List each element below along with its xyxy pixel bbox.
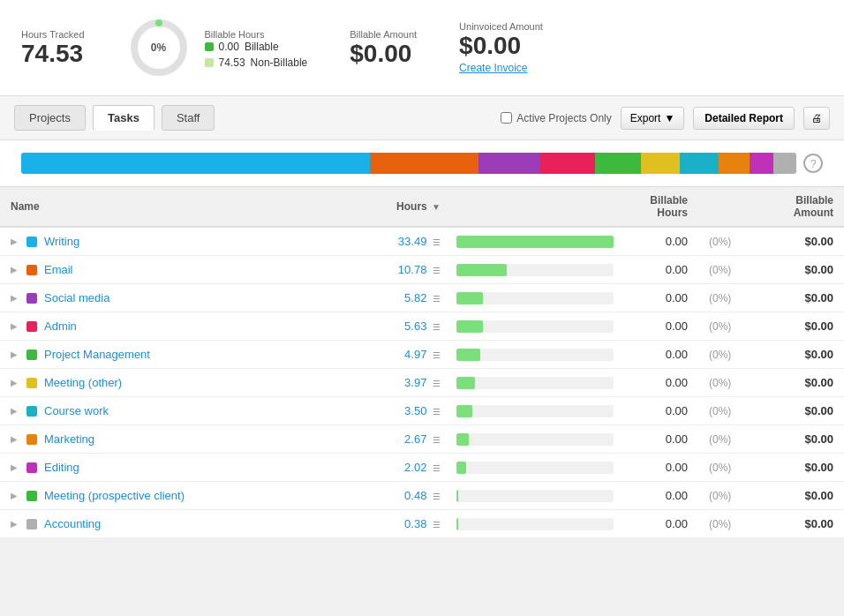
billable-hours-cell: 0.00 — [619, 341, 698, 369]
project-color-dot — [26, 237, 37, 247]
bar-track — [456, 490, 614, 502]
detailed-report-button[interactable]: Detailed Report — [693, 107, 795, 130]
billable-donut-block: 0% Billable Hours 0.00 Billable 74.53 No… — [127, 16, 308, 79]
table-row: ▶ Social media 5.82 ☰ 0.00 (0%) $0.00 — [0, 284, 844, 312]
billable-hours-cell: 0.00 — [619, 397, 698, 425]
edit-icon[interactable]: ☰ — [433, 407, 441, 417]
col-hours[interactable]: Hours ▼ — [336, 187, 451, 227]
edit-icon[interactable]: ☰ — [433, 379, 441, 388]
edit-icon[interactable]: ☰ — [433, 294, 441, 304]
project-name[interactable]: Accounting — [44, 517, 101, 530]
uninvoiced-label: Uninvoiced Amount — [459, 21, 543, 32]
bar-fill — [456, 236, 614, 248]
expand-icon[interactable]: ▶ — [11, 293, 19, 303]
bar-track — [456, 349, 614, 361]
col-billable-amount: Billable Amount — [747, 187, 844, 227]
edit-icon[interactable]: ☰ — [433, 237, 441, 247]
bar-track — [456, 518, 614, 530]
project-name[interactable]: Meeting (prospective client) — [44, 489, 185, 502]
project-name[interactable]: Meeting (other) — [44, 376, 122, 389]
billable-amount-block: Billable Amount $0.00 — [350, 29, 417, 66]
hours-cell: 3.50 ☰ — [336, 397, 451, 425]
hours-tracked-label: Hours Tracked — [21, 29, 85, 40]
expand-icon[interactable]: ▶ — [11, 462, 19, 472]
tab-projects[interactable]: Projects — [14, 105, 86, 131]
amount-cell: $0.00 — [747, 510, 844, 538]
amount-cell: $0.00 — [747, 312, 844, 341]
edit-icon[interactable]: ☰ — [433, 435, 441, 445]
col-pct — [698, 187, 747, 227]
hours-cell: 4.97 ☰ — [336, 341, 451, 369]
expand-icon[interactable]: ▶ — [11, 491, 19, 500]
edit-icon[interactable]: ☰ — [433, 322, 441, 332]
name-cell: ▶ Editing — [0, 454, 336, 482]
edit-icon[interactable]: ☰ — [433, 492, 441, 501]
expand-icon[interactable]: ▶ — [11, 434, 19, 444]
project-color-dot — [26, 434, 37, 445]
project-color-dot — [26, 321, 37, 332]
nonbillable-dot — [205, 58, 214, 67]
pct-cell: (0%) — [698, 482, 747, 510]
expand-icon[interactable]: ▶ — [11, 349, 19, 359]
project-name[interactable]: Admin — [44, 319, 77, 333]
table-row: ▶ Project Management 4.97 ☰ 0.00 (0%) $0… — [0, 341, 844, 369]
bar-cell — [451, 482, 619, 510]
tab-staff[interactable]: Staff — [162, 105, 215, 131]
uninvoiced-block: Uninvoiced Amount $0.00 Create Invoice — [459, 21, 543, 74]
edit-icon[interactable]: ☰ — [433, 520, 441, 530]
edit-icon[interactable]: ☰ — [433, 350, 441, 360]
amount-cell: $0.00 — [747, 454, 844, 482]
pct-cell: (0%) — [698, 227, 747, 256]
name-cell: ▶ Accounting — [0, 510, 336, 538]
project-name[interactable]: Project Management — [44, 348, 150, 361]
expand-icon[interactable]: ▶ — [11, 406, 19, 416]
active-projects-filter[interactable]: Active Projects Only — [501, 112, 611, 124]
help-icon[interactable]: ? — [803, 154, 823, 173]
table-row: ▶ Email 10.78 ☰ 0.00 (0%) $0.00 — [0, 256, 844, 284]
bar-fill — [456, 405, 472, 417]
project-name[interactable]: Course work — [44, 404, 109, 417]
toolbar: Projects Tasks Staff Active Projects Onl… — [0, 96, 844, 140]
expand-icon[interactable]: ▶ — [11, 265, 19, 274]
amount-cell: $0.00 — [747, 341, 844, 369]
expand-icon[interactable]: ▶ — [11, 378, 19, 387]
expand-icon[interactable]: ▶ — [11, 321, 19, 331]
expand-icon[interactable]: ▶ — [11, 237, 19, 246]
project-name[interactable]: Social media — [44, 291, 109, 304]
project-name[interactable]: Email — [44, 263, 73, 276]
hours-cell: 10.78 ☰ — [336, 256, 451, 284]
project-name[interactable]: Editing — [44, 461, 79, 474]
project-name[interactable]: Writing — [44, 235, 79, 248]
edit-icon[interactable]: ☰ — [433, 463, 441, 473]
pct-cell: (0%) — [698, 284, 747, 312]
edit-icon[interactable]: ☰ — [433, 266, 441, 275]
col-name: Name — [0, 187, 336, 227]
export-button[interactable]: Export ▼ — [621, 107, 685, 130]
amount-cell: $0.00 — [747, 284, 844, 312]
nonbillable-legend-item: 74.53 Non-Billable — [205, 56, 308, 69]
tab-tasks[interactable]: Tasks — [93, 105, 154, 131]
active-projects-checkbox[interactable] — [501, 112, 512, 124]
print-button[interactable]: 🖨 — [803, 107, 830, 130]
name-cell: ▶ Email — [0, 256, 336, 284]
table-row: ▶ Writing 33.49 ☰ 0.00 (0%) $0.00 — [0, 227, 844, 256]
expand-icon[interactable]: ▶ — [11, 519, 19, 529]
create-invoice-link[interactable]: Create Invoice — [459, 62, 543, 74]
sort-arrow-icon: ▼ — [432, 202, 441, 212]
bar-fill — [456, 433, 469, 446]
table-row: ▶ Meeting (other) 3.97 ☰ 0.00 (0%) $0.00 — [0, 369, 844, 397]
bar-track — [456, 320, 614, 333]
project-color-dot — [26, 349, 37, 360]
project-name[interactable]: Marketing — [44, 432, 94, 446]
billable-dot — [205, 42, 214, 51]
pct-cell: (0%) — [698, 397, 747, 425]
billable-hours-cell: 0.00 — [619, 227, 698, 256]
col-billable-hours: Billable Hours — [619, 187, 698, 227]
name-cell: ▶ Writing — [0, 227, 336, 256]
bar-track — [456, 264, 614, 276]
project-color-dot — [26, 406, 37, 417]
hours-value: 10.78 — [398, 263, 427, 276]
table-row: ▶ Accounting 0.38 ☰ 0.00 (0%) $0.00 — [0, 510, 844, 538]
billable-hours-info: Billable Hours 0.00 Billable 74.53 Non-B… — [205, 27, 308, 69]
bar-fill — [456, 462, 466, 474]
